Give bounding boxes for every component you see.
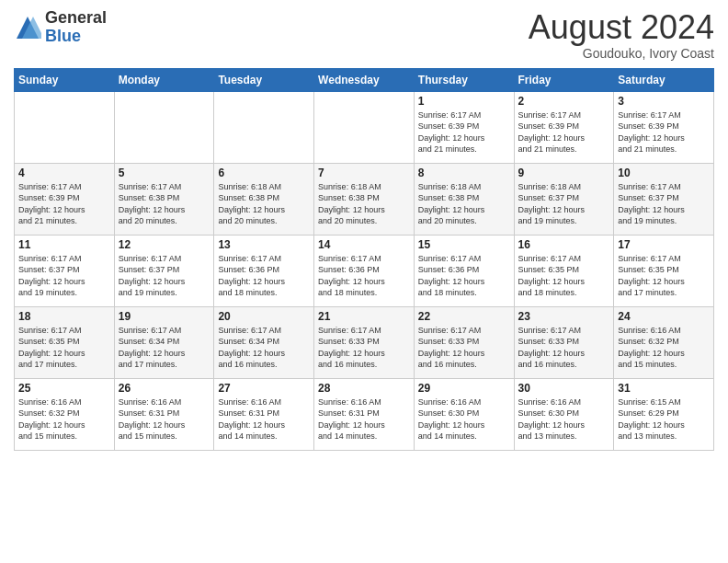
calendar-cell: 23Sunrise: 6:17 AM Sunset: 6:33 PM Dayli… <box>514 306 614 378</box>
day-info: Sunrise: 6:17 AM Sunset: 6:35 PM Dayligh… <box>518 253 610 299</box>
day-info: Sunrise: 6:17 AM Sunset: 6:33 PM Dayligh… <box>318 325 410 371</box>
day-number: 1 <box>418 95 510 108</box>
calendar-cell: 26Sunrise: 6:16 AM Sunset: 6:31 PM Dayli… <box>114 378 214 450</box>
day-number: 12 <box>119 238 210 251</box>
day-info: Sunrise: 6:17 AM Sunset: 6:35 PM Dayligh… <box>18 325 110 371</box>
calendar-cell: 22Sunrise: 6:17 AM Sunset: 6:33 PM Dayli… <box>414 306 514 378</box>
header: General Blue August 2024 Goudouko, Ivory… <box>14 9 714 61</box>
day-number: 7 <box>318 167 410 179</box>
day-number: 4 <box>18 167 110 179</box>
logo: General Blue <box>14 9 107 46</box>
calendar-cell: 10Sunrise: 6:17 AM Sunset: 6:37 PM Dayli… <box>614 163 714 235</box>
day-info: Sunrise: 6:17 AM Sunset: 6:38 PM Dayligh… <box>119 181 210 227</box>
col-wednesday: Wednesday <box>314 68 415 91</box>
day-info: Sunrise: 6:17 AM Sunset: 6:35 PM Dayligh… <box>618 253 710 299</box>
calendar-cell <box>214 91 314 163</box>
calendar-cell <box>15 91 115 163</box>
calendar-cell <box>314 91 415 163</box>
day-number: 18 <box>18 310 110 323</box>
calendar-cell: 6Sunrise: 6:18 AM Sunset: 6:38 PM Daylig… <box>214 163 314 235</box>
day-info: Sunrise: 6:17 AM Sunset: 6:39 PM Dayligh… <box>518 109 610 155</box>
calendar-cell: 29Sunrise: 6:16 AM Sunset: 6:30 PM Dayli… <box>414 378 514 450</box>
day-info: Sunrise: 6:18 AM Sunset: 6:37 PM Dayligh… <box>518 181 610 227</box>
day-info: Sunrise: 6:15 AM Sunset: 6:29 PM Dayligh… <box>618 396 710 442</box>
day-number: 26 <box>119 382 210 395</box>
day-info: Sunrise: 6:18 AM Sunset: 6:38 PM Dayligh… <box>318 181 410 227</box>
day-number: 20 <box>218 310 310 323</box>
day-info: Sunrise: 6:16 AM Sunset: 6:30 PM Dayligh… <box>418 396 510 442</box>
day-number: 9 <box>518 167 610 179</box>
day-info: Sunrise: 6:17 AM Sunset: 6:37 PM Dayligh… <box>618 181 710 227</box>
calendar-cell <box>114 91 214 163</box>
calendar-cell: 3Sunrise: 6:17 AM Sunset: 6:39 PM Daylig… <box>614 91 714 163</box>
day-number: 24 <box>618 310 710 323</box>
day-number: 2 <box>518 95 610 108</box>
day-number: 13 <box>218 238 310 251</box>
calendar-cell: 1Sunrise: 6:17 AM Sunset: 6:39 PM Daylig… <box>414 91 514 163</box>
day-number: 25 <box>18 382 110 395</box>
day-info: Sunrise: 6:17 AM Sunset: 6:39 PM Dayligh… <box>418 109 510 155</box>
calendar-cell: 25Sunrise: 6:16 AM Sunset: 6:32 PM Dayli… <box>15 378 115 450</box>
day-number: 3 <box>618 95 710 108</box>
day-info: Sunrise: 6:18 AM Sunset: 6:38 PM Dayligh… <box>418 181 510 227</box>
location: Goudouko, Ivory Coast <box>529 46 714 61</box>
page-container: General Blue August 2024 Goudouko, Ivory… <box>0 0 728 563</box>
calendar-table: Sunday Monday Tuesday Wednesday Thursday… <box>14 68 714 451</box>
title-block: August 2024 Goudouko, Ivory Coast <box>529 9 714 61</box>
calendar-week-2: 4Sunrise: 6:17 AM Sunset: 6:39 PM Daylig… <box>15 163 714 235</box>
day-number: 19 <box>119 310 210 323</box>
day-info: Sunrise: 6:16 AM Sunset: 6:30 PM Dayligh… <box>518 396 610 442</box>
day-info: Sunrise: 6:17 AM Sunset: 6:34 PM Dayligh… <box>218 325 310 371</box>
calendar-cell: 7Sunrise: 6:18 AM Sunset: 6:38 PM Daylig… <box>314 163 415 235</box>
calendar-cell: 9Sunrise: 6:18 AM Sunset: 6:37 PM Daylig… <box>514 163 614 235</box>
day-number: 30 <box>518 382 610 395</box>
month-title: August 2024 <box>529 9 714 46</box>
day-number: 8 <box>418 167 510 179</box>
day-info: Sunrise: 6:18 AM Sunset: 6:38 PM Dayligh… <box>218 181 310 227</box>
day-number: 31 <box>618 382 710 395</box>
calendar-week-3: 11Sunrise: 6:17 AM Sunset: 6:37 PM Dayli… <box>15 235 714 306</box>
calendar-cell: 31Sunrise: 6:15 AM Sunset: 6:29 PM Dayli… <box>614 378 714 450</box>
calendar-cell: 24Sunrise: 6:16 AM Sunset: 6:32 PM Dayli… <box>614 306 714 378</box>
day-info: Sunrise: 6:17 AM Sunset: 6:33 PM Dayligh… <box>418 325 510 371</box>
day-number: 27 <box>218 382 310 395</box>
day-number: 11 <box>18 238 110 251</box>
calendar-cell: 20Sunrise: 6:17 AM Sunset: 6:34 PM Dayli… <box>214 306 314 378</box>
col-tuesday: Tuesday <box>214 68 314 91</box>
day-info: Sunrise: 6:16 AM Sunset: 6:31 PM Dayligh… <box>318 396 410 442</box>
day-info: Sunrise: 6:17 AM Sunset: 6:37 PM Dayligh… <box>18 253 110 299</box>
day-info: Sunrise: 6:17 AM Sunset: 6:39 PM Dayligh… <box>18 181 110 227</box>
calendar-week-5: 25Sunrise: 6:16 AM Sunset: 6:32 PM Dayli… <box>15 378 714 450</box>
calendar-cell: 8Sunrise: 6:18 AM Sunset: 6:38 PM Daylig… <box>414 163 514 235</box>
calendar-cell: 11Sunrise: 6:17 AM Sunset: 6:37 PM Dayli… <box>15 235 115 306</box>
calendar-week-4: 18Sunrise: 6:17 AM Sunset: 6:35 PM Dayli… <box>15 306 714 378</box>
day-number: 21 <box>318 310 410 323</box>
day-info: Sunrise: 6:17 AM Sunset: 6:39 PM Dayligh… <box>618 109 710 155</box>
col-thursday: Thursday <box>414 68 514 91</box>
day-number: 23 <box>518 310 610 323</box>
day-info: Sunrise: 6:17 AM Sunset: 6:37 PM Dayligh… <box>119 253 210 299</box>
day-number: 5 <box>119 167 210 179</box>
calendar-cell: 2Sunrise: 6:17 AM Sunset: 6:39 PM Daylig… <box>514 91 614 163</box>
day-info: Sunrise: 6:17 AM Sunset: 6:34 PM Dayligh… <box>119 325 210 371</box>
calendar-cell: 16Sunrise: 6:17 AM Sunset: 6:35 PM Dayli… <box>514 235 614 306</box>
day-info: Sunrise: 6:17 AM Sunset: 6:36 PM Dayligh… <box>418 253 510 299</box>
day-number: 16 <box>518 238 610 251</box>
calendar-cell: 13Sunrise: 6:17 AM Sunset: 6:36 PM Dayli… <box>214 235 314 306</box>
calendar-cell: 28Sunrise: 6:16 AM Sunset: 6:31 PM Dayli… <box>314 378 415 450</box>
calendar-cell: 27Sunrise: 6:16 AM Sunset: 6:31 PM Dayli… <box>214 378 314 450</box>
day-number: 28 <box>318 382 410 395</box>
col-saturday: Saturday <box>614 68 714 91</box>
logo-general-text: General <box>45 8 107 27</box>
day-info: Sunrise: 6:16 AM Sunset: 6:31 PM Dayligh… <box>218 396 310 442</box>
day-number: 14 <box>318 238 410 251</box>
day-info: Sunrise: 6:16 AM Sunset: 6:32 PM Dayligh… <box>18 396 110 442</box>
calendar-cell: 4Sunrise: 6:17 AM Sunset: 6:39 PM Daylig… <box>15 163 115 235</box>
day-number: 6 <box>218 167 310 179</box>
day-number: 22 <box>418 310 510 323</box>
day-number: 10 <box>618 167 710 179</box>
logo-blue-text: Blue <box>45 27 81 45</box>
day-info: Sunrise: 6:17 AM Sunset: 6:36 PM Dayligh… <box>218 253 310 299</box>
calendar-header-row: Sunday Monday Tuesday Wednesday Thursday… <box>15 68 714 91</box>
calendar-cell: 14Sunrise: 6:17 AM Sunset: 6:36 PM Dayli… <box>314 235 415 306</box>
